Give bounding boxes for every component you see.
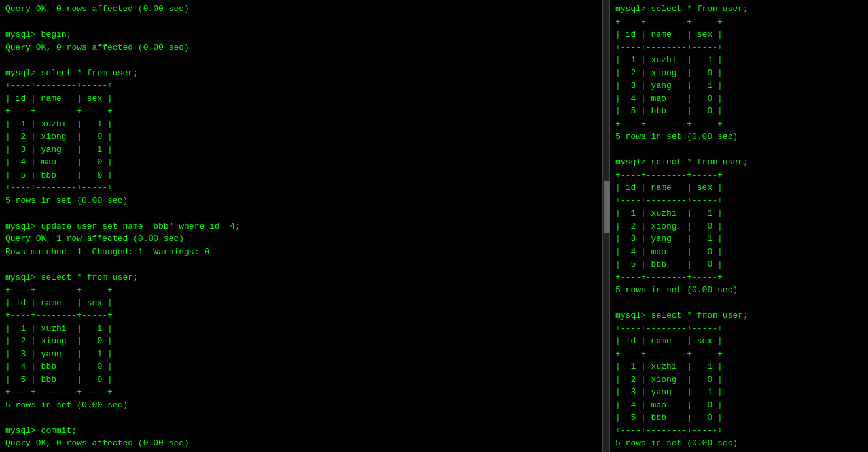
scrollbar[interactable] — [602, 0, 610, 452]
right-terminal-pane[interactable]: mysql> select * from user; +----+-------… — [610, 0, 868, 452]
scrollbar-thumb[interactable] — [604, 181, 610, 233]
left-terminal-pane[interactable]: Query OK, 0 rows affected (0.00 sec) mys… — [0, 0, 602, 452]
